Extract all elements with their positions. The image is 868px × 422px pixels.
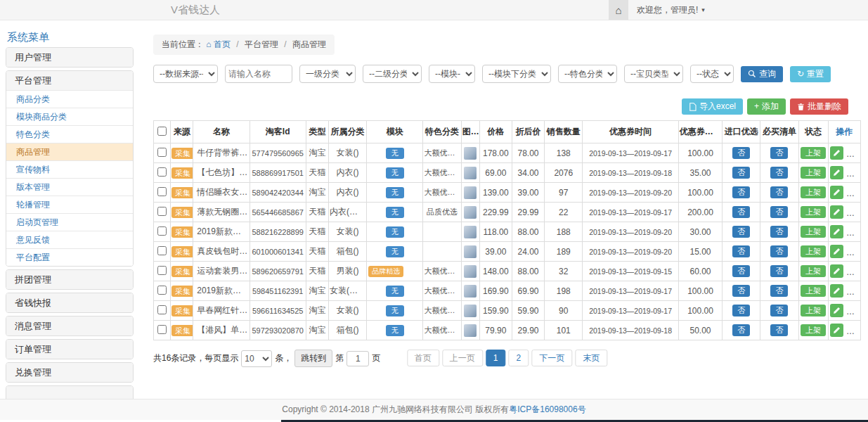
edit-button[interactable] bbox=[830, 284, 843, 298]
page-button-上一页[interactable]: 上一页 bbox=[442, 350, 483, 366]
sidebar-item[interactable] bbox=[6, 386, 133, 399]
sidebar-item[interactable]: 拼团管理 bbox=[6, 270, 133, 289]
edit-button[interactable] bbox=[830, 186, 843, 199]
delete-button[interactable] bbox=[847, 166, 860, 179]
page-button-首页[interactable]: 首页 bbox=[407, 350, 439, 366]
home-button[interactable]: ⌂ bbox=[609, 0, 628, 20]
sidebar-subitem[interactable]: 平台配置 bbox=[6, 248, 133, 266]
item-type-select[interactable]: --宝贝类型-- bbox=[624, 65, 683, 83]
sidebar-item[interactable]: 兑换管理 bbox=[6, 363, 133, 382]
must-buy-toggle[interactable]: 否 bbox=[770, 147, 788, 159]
reset-button[interactable]: ↻ 重置 bbox=[790, 66, 831, 82]
must-buy-toggle[interactable]: 否 bbox=[770, 226, 788, 238]
status-toggle[interactable]: 上架 bbox=[801, 226, 826, 238]
sidebar-item[interactable]: 消息管理 bbox=[6, 316, 133, 335]
edit-button[interactable] bbox=[830, 166, 843, 179]
must-buy-toggle[interactable]: 否 bbox=[770, 206, 788, 218]
sidebar-item[interactable]: 用户管理 bbox=[6, 48, 133, 67]
import-select-toggle[interactable]: 否 bbox=[732, 186, 750, 198]
delete-button[interactable] bbox=[847, 225, 860, 238]
import-select-toggle[interactable]: 否 bbox=[732, 147, 750, 159]
module-subcategory-select[interactable]: --模块下分类-- bbox=[482, 65, 551, 83]
page-button-末页[interactable]: 末页 bbox=[575, 350, 607, 366]
import-select-toggle[interactable]: 否 bbox=[732, 167, 750, 179]
status-select[interactable]: --状态-- bbox=[690, 65, 734, 83]
breadcrumb-home-link[interactable]: ⌂ 首页 bbox=[206, 39, 231, 49]
jump-button[interactable]: 跳转到 bbox=[294, 350, 332, 367]
page-button-下一页[interactable]: 下一页 bbox=[531, 350, 572, 366]
sidebar-item[interactable]: 订单管理 bbox=[6, 340, 133, 359]
delete-button[interactable] bbox=[847, 324, 860, 337]
sidebar-item[interactable]: 省钱快报 bbox=[6, 293, 133, 312]
status-toggle[interactable]: 上架 bbox=[801, 186, 826, 198]
status-toggle[interactable]: 上架 bbox=[801, 305, 826, 316]
data-source-select[interactable]: --数据来源-- bbox=[153, 65, 218, 83]
status-toggle[interactable]: 上架 bbox=[801, 147, 826, 159]
delete-button[interactable] bbox=[847, 245, 860, 258]
search-button[interactable]: 查询 bbox=[741, 66, 783, 82]
icp-link[interactable]: 粤ICP备16098006号 bbox=[509, 404, 585, 414]
row-checkbox[interactable] bbox=[157, 246, 167, 255]
status-toggle[interactable]: 上架 bbox=[801, 285, 826, 297]
add-button[interactable]: + 添加 bbox=[747, 98, 786, 115]
edit-button[interactable] bbox=[830, 146, 843, 160]
sidebar-subitem[interactable]: 商品管理 bbox=[6, 143, 133, 160]
import-select-toggle[interactable]: 否 bbox=[732, 226, 750, 238]
page-button-1[interactable]: 1 bbox=[486, 350, 506, 366]
delete-button[interactable] bbox=[847, 146, 860, 160]
status-toggle[interactable]: 上架 bbox=[801, 245, 826, 257]
page-size-select[interactable]: 10 bbox=[241, 350, 272, 367]
must-buy-toggle[interactable]: 否 bbox=[770, 186, 788, 198]
select-all-checkbox[interactable] bbox=[157, 127, 167, 136]
delete-button[interactable] bbox=[847, 284, 860, 298]
delete-button[interactable] bbox=[847, 205, 860, 219]
sidebar-subitem[interactable]: 意见反馈 bbox=[6, 231, 133, 248]
featured-category-select[interactable]: --特色分类-- bbox=[558, 65, 617, 83]
import-select-toggle[interactable]: 否 bbox=[732, 245, 750, 257]
must-buy-toggle[interactable]: 否 bbox=[770, 305, 788, 316]
must-buy-toggle[interactable]: 否 bbox=[770, 285, 788, 297]
row-checkbox[interactable] bbox=[157, 226, 167, 236]
sidebar-subitem[interactable]: 商品分类 bbox=[6, 90, 133, 108]
edit-button[interactable] bbox=[830, 245, 843, 258]
secondary-category-select[interactable]: --二级分类-- bbox=[363, 65, 422, 83]
import-excel-button[interactable]: 导入excel bbox=[682, 98, 743, 115]
batch-delete-button[interactable]: 批量删除 bbox=[790, 98, 848, 115]
sidebar-item[interactable]: 平台管理 bbox=[6, 71, 133, 90]
import-select-toggle[interactable]: 否 bbox=[732, 305, 750, 316]
page-number-input[interactable] bbox=[346, 351, 369, 366]
edit-button[interactable] bbox=[830, 225, 843, 238]
name-search-input[interactable] bbox=[225, 65, 292, 83]
row-checkbox[interactable] bbox=[157, 305, 167, 314]
page-button-2[interactable]: 2 bbox=[509, 350, 529, 366]
row-checkbox[interactable] bbox=[157, 266, 167, 275]
delete-button[interactable] bbox=[847, 304, 860, 317]
must-buy-toggle[interactable]: 否 bbox=[770, 167, 788, 179]
must-buy-toggle[interactable]: 否 bbox=[770, 245, 788, 257]
sidebar-subitem[interactable]: 宣传物料 bbox=[6, 160, 133, 178]
sidebar-subitem[interactable]: 版本管理 bbox=[6, 178, 133, 196]
sidebar-subitem[interactable]: 轮播管理 bbox=[6, 196, 133, 213]
edit-button[interactable] bbox=[830, 264, 843, 278]
sidebar-subitem[interactable]: 模块商品分类 bbox=[6, 108, 133, 125]
import-select-toggle[interactable]: 否 bbox=[732, 324, 750, 336]
status-toggle[interactable]: 上架 bbox=[801, 324, 826, 336]
edit-button[interactable] bbox=[830, 324, 843, 337]
row-checkbox[interactable] bbox=[157, 207, 167, 216]
row-checkbox[interactable] bbox=[157, 167, 167, 177]
edit-button[interactable] bbox=[830, 304, 843, 317]
status-toggle[interactable]: 上架 bbox=[801, 167, 826, 179]
delete-button[interactable] bbox=[847, 264, 860, 278]
edit-button[interactable] bbox=[830, 205, 843, 219]
user-menu[interactable]: 欢迎您，管理员! ▾ bbox=[628, 0, 713, 20]
row-checkbox[interactable] bbox=[157, 148, 167, 157]
status-toggle[interactable]: 上架 bbox=[801, 265, 826, 277]
delete-button[interactable] bbox=[847, 186, 860, 199]
sidebar-subitem[interactable]: 启动页管理 bbox=[6, 213, 133, 231]
module-select[interactable]: --模块-- bbox=[429, 65, 475, 83]
row-checkbox[interactable] bbox=[157, 286, 167, 295]
sidebar-subitem[interactable]: 特色分类 bbox=[6, 125, 133, 143]
must-buy-toggle[interactable]: 否 bbox=[770, 265, 788, 277]
status-toggle[interactable]: 上架 bbox=[801, 206, 826, 218]
row-checkbox[interactable] bbox=[157, 187, 167, 196]
